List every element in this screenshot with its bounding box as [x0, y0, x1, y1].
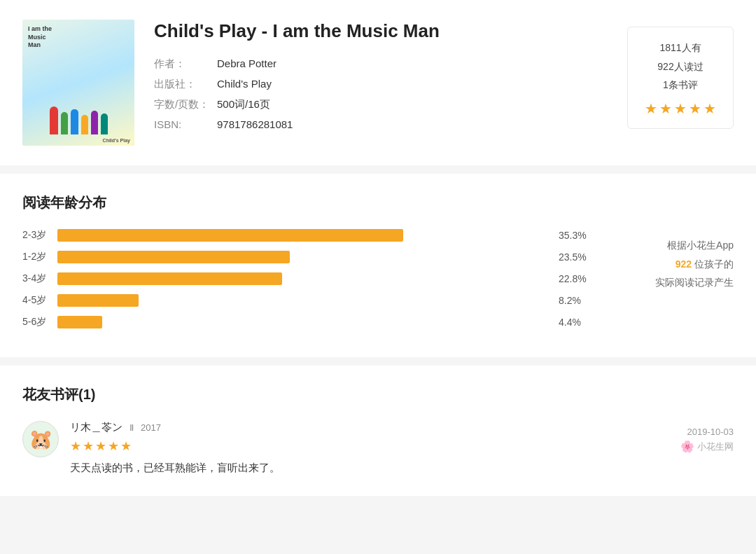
bar-pct-text: 4.4%: [559, 317, 594, 328]
reviewer-name: リ木＿苓ン: [70, 421, 122, 434]
book-title: Child's Play - I am the Music Man: [154, 20, 608, 43]
age-note-line1: 根据小花生App: [622, 236, 734, 255]
age-bar-row: 4-5岁8.2%: [22, 294, 594, 307]
cover-publisher-logo: Child's Play: [103, 138, 130, 143]
bar-container: [57, 229, 552, 242]
review-text: 天天点读的书，已经耳熟能详，盲听出来了。: [70, 459, 280, 476]
age-bar-row: 3-4岁22.8%: [22, 272, 594, 285]
book-card: I am theMusicMan Child's Play Child's Pl…: [0, 0, 756, 165]
star-3: ★: [674, 100, 687, 117]
bar-container: [57, 294, 552, 307]
age-bar-label: 4-5岁: [22, 294, 57, 307]
reviewer-meta: リ木＿苓ン Ⅱ 2017: [70, 421, 280, 434]
age-note-highlight: 922: [676, 258, 692, 270]
reviews-card: 花友书评(1) 🐹 リ木＿苓ン Ⅱ 2017 ★ ★ ★: [0, 366, 756, 496]
age-bar-row: 2-3岁35.3%: [22, 229, 594, 242]
review-star-5: ★: [120, 438, 132, 454]
review-star-3: ★: [95, 438, 106, 454]
review-block: 🐹 リ木＿苓ン Ⅱ 2017 ★ ★ ★ ★ ★ 天天点读的书: [22, 421, 280, 476]
star-1: ★: [645, 100, 657, 117]
cover-figures: [28, 64, 129, 134]
age-note-line2: 922 位孩子的: [622, 255, 734, 274]
bar-container: [57, 251, 552, 263]
age-note: 根据小花生App 922 位孩子的 实际阅读记录产生: [622, 229, 734, 292]
bar-pct-text: 8.2%: [559, 295, 594, 306]
bar-fill: [57, 316, 102, 328]
reviews-section-title: 花友书评(1): [22, 385, 734, 404]
age-note-line2-suffix: 位孩子的: [694, 258, 734, 270]
bar-fill: [57, 251, 290, 263]
age-bar-row: 1-2岁23.5%: [22, 251, 594, 263]
bar-fill: [57, 229, 403, 242]
reviewer-avatar: 🐹: [22, 421, 59, 457]
page-wrapper: I am theMusicMan Child's Play Child's Pl…: [0, 0, 756, 496]
publisher-value: Child's Play: [217, 78, 272, 90]
review-date: 2019-10-03 🌸 小花生网: [680, 427, 734, 453]
review-date-text: 2019-10-03: [680, 427, 734, 437]
reviewer-year: 2017: [141, 422, 161, 433]
author-label: 作者：: [154, 57, 217, 71]
review-star-2: ★: [83, 438, 94, 454]
owners-count: 1811人有: [645, 39, 716, 57]
site-logo-icon: 🌸: [680, 440, 694, 453]
wordcount-value: 500词/16页: [217, 98, 270, 111]
publisher-label: 出版社：: [154, 78, 217, 91]
wordcount-label: 字数/页数：: [154, 98, 217, 111]
cover-title: I am theMusicMan: [28, 25, 52, 50]
reviewer-badge: Ⅱ: [130, 422, 134, 433]
avatar-emoji: 🐹: [29, 428, 53, 451]
bar-fill: [57, 294, 139, 307]
review-star-4: ★: [108, 438, 119, 454]
age-dist-container: 2-3岁35.3%1-2岁23.5%3-4岁22.8%4-5岁8.2%5-6岁4…: [22, 229, 734, 338]
wordcount-row: 字数/页数： 500词/16页: [154, 98, 608, 111]
site-logo-row: 🌸 小花生网: [680, 440, 734, 453]
age-bar-row: 5-6岁4.4%: [22, 316, 594, 328]
author-row: 作者： Debra Potter: [154, 57, 608, 71]
bar-fill: [57, 272, 282, 285]
age-bar-label: 5-6岁: [22, 316, 57, 328]
age-bar-label: 3-4岁: [22, 272, 57, 285]
bar-container: [57, 316, 552, 328]
star-2: ★: [659, 100, 672, 117]
publisher-row: 出版社： Child's Play: [154, 78, 608, 91]
review-content: リ木＿苓ン Ⅱ 2017 ★ ★ ★ ★ ★ 天天点读的书，已经耳熟能详，盲听出…: [70, 421, 280, 476]
bar-pct-text: 35.3%: [559, 230, 594, 241]
book-cover: I am theMusicMan Child's Play: [22, 20, 134, 146]
isbn-value: 9781786281081: [217, 118, 293, 130]
site-logo-text: 小花生网: [697, 441, 734, 453]
review-row: 🐹 リ木＿苓ン Ⅱ 2017 ★ ★ ★ ★ ★ 天天点读的书: [22, 421, 734, 476]
age-bars: 2-3岁35.3%1-2岁23.5%3-4岁22.8%4-5岁8.2%5-6岁4…: [22, 229, 594, 338]
isbn-row: ISBN: 9781786281081: [154, 118, 608, 130]
age-bar-label: 1-2岁: [22, 251, 57, 263]
stats-box: 1811人有 922人读过 1条书评 ★ ★ ★ ★ ★: [627, 27, 734, 129]
review-star-1: ★: [70, 438, 81, 454]
age-bar-label: 2-3岁: [22, 229, 57, 242]
author-value: Debra Potter: [217, 57, 276, 69]
star-5: ★: [704, 100, 716, 117]
age-section-title: 阅读年龄分布: [22, 193, 734, 212]
bar-container: [57, 272, 552, 285]
book-info: Child's Play - I am the Music Man 作者： De…: [154, 20, 608, 137]
review-stars: ★ ★ ★ ★ ★: [70, 438, 280, 454]
star-4: ★: [689, 100, 701, 117]
reviews-count: 1条书评: [645, 76, 716, 95]
isbn-label: ISBN:: [154, 118, 217, 130]
readers-count: 922人读过: [645, 57, 716, 76]
bar-pct-text: 22.8%: [559, 273, 594, 284]
rating-stars: ★ ★ ★ ★ ★: [645, 100, 716, 117]
age-note-line3: 实际阅读记录产生: [622, 273, 734, 292]
age-distribution-card: 阅读年龄分布 2-3岁35.3%1-2岁23.5%3-4岁22.8%4-5岁8.…: [0, 174, 756, 357]
bar-pct-text: 23.5%: [559, 251, 594, 263]
